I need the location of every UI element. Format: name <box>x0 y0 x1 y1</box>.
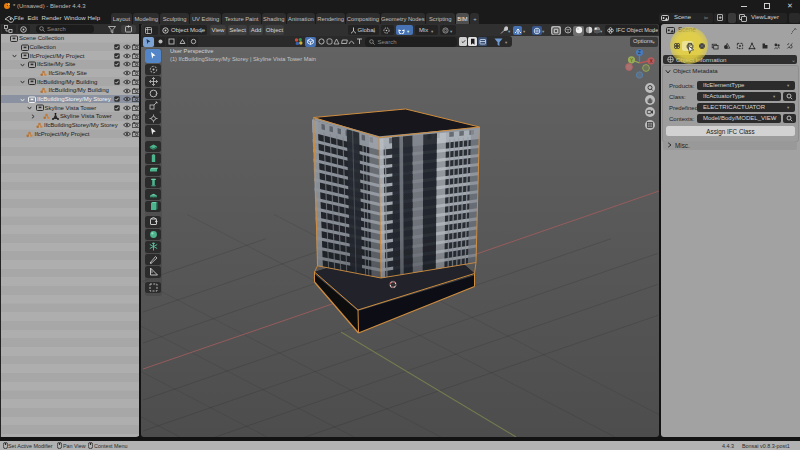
svg-text:Y: Y <box>629 58 632 63</box>
svg-text:X: X <box>649 59 652 64</box>
svg-text:Z: Z <box>638 50 641 55</box>
